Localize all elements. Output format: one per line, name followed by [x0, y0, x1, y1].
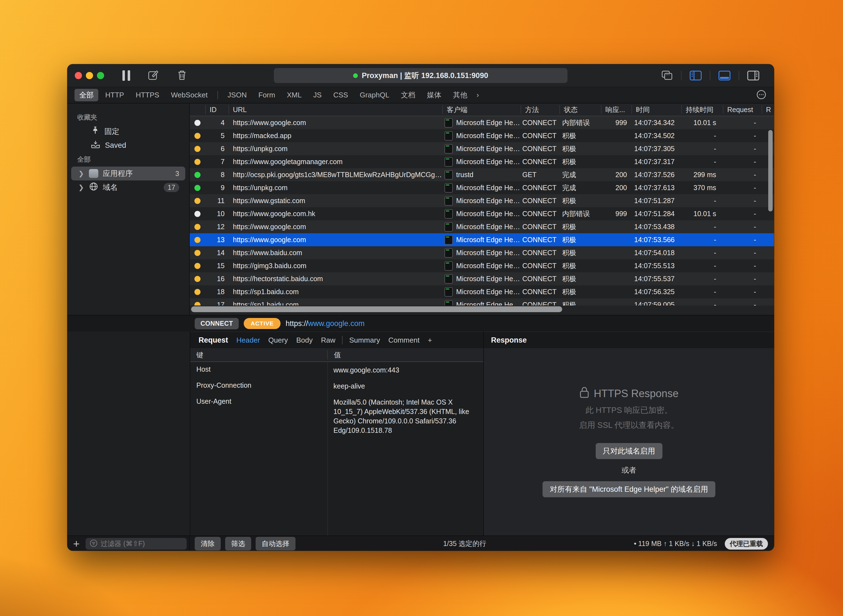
column-header[interactable]: 状态: [559, 105, 601, 114]
tab-docs[interactable]: 文档: [396, 89, 420, 101]
request-tab-add-tab[interactable]: +: [425, 335, 435, 346]
detail-url-host[interactable]: www.google.com: [308, 319, 365, 328]
tab-http[interactable]: HTTP: [100, 89, 129, 101]
tab-media[interactable]: 媒体: [422, 89, 446, 101]
response-placeholder: HTTPS Response 此 HTTPS 响应已加密。 启用 SSL 代理以…: [484, 348, 774, 535]
table-row[interactable]: 7https://www.googletagmanager.comMicroso…: [190, 155, 774, 168]
table-row[interactable]: 15https://gimg3.baidu.comMicrosoft Edge …: [190, 259, 774, 272]
row-cell: 299 ms: [681, 171, 723, 179]
request-tab-body[interactable]: Body: [293, 335, 316, 346]
request-tab-query[interactable]: Query: [265, 335, 291, 346]
table-row[interactable]: 5https://macked.appMicrosoft Edge Help..…: [190, 129, 774, 142]
column-header[interactable]: URL: [228, 105, 442, 114]
more-options-icon[interactable]: [756, 89, 767, 101]
header-row[interactable]: Proxy-Connectionkeep-alive: [190, 378, 483, 394]
table-row[interactable]: 6https://unpkg.comMicrosoft Edge Help...…: [190, 142, 774, 155]
minimize-button[interactable]: [86, 72, 93, 79]
tab-more[interactable]: ›: [474, 91, 481, 99]
tab-graphql[interactable]: GraphQL: [355, 89, 394, 101]
sidebar-item-domains[interactable]: ❯ 域名 17: [71, 180, 185, 194]
sidebar-item-saved[interactable]: Saved: [71, 138, 185, 152]
kv-column-divider[interactable]: [327, 362, 328, 535]
row-cell: 5: [205, 132, 228, 140]
zoom-button[interactable]: [97, 72, 104, 79]
tab-https[interactable]: HTTPS: [131, 89, 164, 101]
tab-form[interactable]: Form: [254, 89, 280, 101]
filter-tab-bar: 全部HTTPHTTPSWebSocketJSONFormXMLJSCSSGrap…: [67, 87, 774, 104]
request-tab-comment[interactable]: Comment: [385, 335, 423, 346]
row-cell: https://www.google.com.hk: [228, 210, 442, 218]
tab-all[interactable]: 全部: [75, 89, 98, 101]
row-client: Microsoft Edge Help...: [442, 196, 521, 205]
horizontal-scrollbar[interactable]: [191, 307, 562, 312]
filter-button[interactable]: 筛选: [225, 537, 251, 550]
row-cell: 14:07:51.284: [631, 210, 681, 218]
vertical-scrollbar[interactable]: [768, 130, 773, 211]
column-header[interactable]: R: [762, 105, 774, 114]
toggle-bottom-panel-icon[interactable]: [711, 70, 739, 81]
chevron-right-icon[interactable]: ❯: [78, 183, 84, 191]
column-header[interactable]: ID: [205, 105, 228, 114]
table-row[interactable]: 16https://hectorstatic.baidu.comMicrosof…: [190, 272, 774, 285]
auto-select-button[interactable]: 自动选择: [256, 537, 296, 550]
row-cell: 13: [205, 236, 228, 244]
sidebar-filter-field[interactable]: [85, 538, 187, 550]
pause-icon[interactable]: [122, 70, 130, 81]
request-tab-summary[interactable]: Summary: [346, 335, 383, 346]
header-row[interactable]: User-AgentMozilla/5.0 (Macintosh; Intel …: [190, 394, 483, 439]
row-cell: 17: [205, 301, 228, 305]
sidebar-item-applications[interactable]: ❯ 应用程序 3: [71, 167, 185, 180]
table-row[interactable]: 17https://sp1.baidu.comMicrosoft Edge He…: [190, 298, 774, 305]
status-dot-green: [194, 185, 200, 191]
table-row[interactable]: 9https://unpkg.comMicrosoft Edge Help...…: [190, 181, 774, 194]
client-name: Microsoft Edge Help...: [456, 275, 521, 283]
row-cell: -: [723, 275, 762, 283]
tab-websocket[interactable]: WebSocket: [166, 89, 212, 101]
toggle-left-sidebar-icon[interactable]: [681, 70, 710, 81]
tab-other[interactable]: 其他: [448, 89, 472, 101]
sidebar-item-pinned[interactable]: 固定: [71, 125, 185, 138]
row-client: Microsoft Edge Help...: [442, 274, 521, 284]
column-header[interactable]: 持续时间: [681, 105, 723, 114]
row-cell: 9: [205, 184, 228, 192]
column-header[interactable]: 客户端: [442, 105, 521, 114]
request-tab-raw[interactable]: Raw: [318, 335, 339, 346]
tab-css[interactable]: CSS: [328, 89, 353, 101]
row-cell: 14:07:51.287: [631, 197, 681, 205]
column-header[interactable]: 方法: [521, 105, 559, 114]
filter-input[interactable]: [100, 540, 183, 548]
table-row[interactable]: 4https://www.google.comMicrosoft Edge He…: [190, 116, 774, 129]
column-header[interactable]: Request: [723, 105, 762, 114]
table-row[interactable]: 13https://www.google.comMicrosoft Edge H…: [190, 233, 774, 246]
row-status-dot: [190, 172, 205, 178]
row-status-dot: [190, 302, 205, 306]
column-header[interactable]: 响应...: [601, 105, 631, 114]
table-row[interactable]: 11https://www.gstatic.comMicrosoft Edge …: [190, 194, 774, 207]
toggle-right-sidebar-icon[interactable]: [739, 70, 767, 81]
kv-value-header: 值: [327, 350, 483, 359]
close-button[interactable]: [75, 72, 82, 79]
column-header[interactable]: 时间: [631, 105, 681, 114]
table-row[interactable]: 18https://sp1.baidu.comMicrosoft Edge He…: [190, 285, 774, 298]
enable-ssl-all-button[interactable]: 对所有来自 "Microsoft Edge Helper" 的域名启用: [543, 481, 715, 497]
chevron-right-icon[interactable]: ❯: [78, 170, 84, 177]
client-app-icon: [444, 144, 453, 154]
add-filter-button[interactable]: +: [73, 538, 79, 549]
tab-js[interactable]: JS: [309, 89, 326, 101]
compose-icon[interactable]: [147, 69, 159, 82]
row-status-dot: [190, 250, 205, 256]
new-window-icon[interactable]: [653, 70, 681, 81]
request-tab-header[interactable]: Header: [233, 335, 263, 346]
clear-button[interactable]: 清除: [195, 537, 221, 550]
tab-xml[interactable]: XML: [282, 89, 306, 101]
tab-json[interactable]: JSON: [223, 89, 252, 101]
header-row[interactable]: Hostwww.google.com:443: [190, 362, 483, 378]
table-row[interactable]: 12https://www.google.comMicrosoft Edge H…: [190, 220, 774, 233]
table-row[interactable]: 10https://www.google.com.hkMicrosoft Edg…: [190, 207, 774, 220]
table-row[interactable]: 14https://www.baidu.comMicrosoft Edge He…: [190, 246, 774, 259]
row-cell: CONNECT: [521, 210, 559, 218]
request-tab-request[interactable]: Request: [195, 335, 231, 346]
trash-icon[interactable]: [176, 69, 188, 82]
table-row[interactable]: 8http://ocsp.pki.goog/gts1c3/ME8wTTBLMEk…: [190, 168, 774, 181]
enable-ssl-domain-button[interactable]: 只对此域名启用: [596, 443, 662, 459]
